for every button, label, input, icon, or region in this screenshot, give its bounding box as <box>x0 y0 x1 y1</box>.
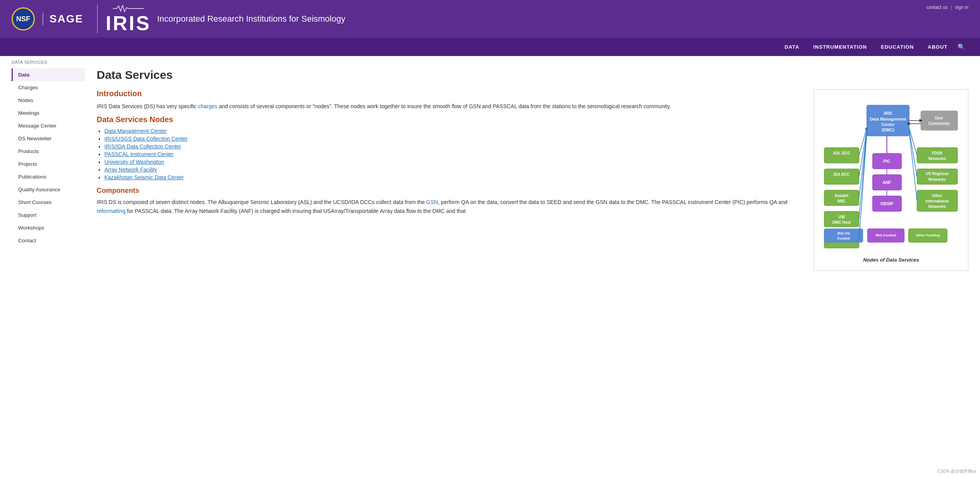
svg-text:Networks: Networks <box>928 177 946 182</box>
svg-line-54 <box>909 130 917 177</box>
svg-text:Center: Center <box>881 122 895 127</box>
components-heading: Components <box>97 187 802 195</box>
sidebar-item-publications[interactable]: Publications <box>12 170 85 183</box>
nsf-logo: NSF <box>12 7 35 31</box>
sidebar-item-support[interactable]: Support <box>12 209 85 221</box>
node-usgs[interactable]: IRIS/USGS Data Collection Center <box>104 136 188 142</box>
svg-text:Funded: Funded <box>837 236 850 240</box>
svg-text:US Regional: US Regional <box>926 172 949 176</box>
sidebar-item-data[interactable]: Data <box>12 68 85 81</box>
svg-text:OBSIP: OBSIP <box>880 201 893 206</box>
iris-subtitle: Incorporated Research Institutions for S… <box>157 14 346 24</box>
iris-waveform-icon: IRIS <box>106 5 151 33</box>
svg-text:(DMC): (DMC) <box>882 128 895 132</box>
svg-text:IRIS: IRIS <box>884 111 892 116</box>
intro-heading: Introduction <box>97 89 802 98</box>
sidebar-item-projects[interactable]: Projects <box>12 158 85 170</box>
nodes-list: Data Management Center IRIS/USGS Data Co… <box>97 128 802 180</box>
node-dmc[interactable]: Data Management Center <box>104 128 167 134</box>
nav-data[interactable]: DATA <box>778 39 806 55</box>
sidebar-item-message-center[interactable]: Message Center <box>12 119 85 132</box>
node-passcal[interactable]: PASSCAL Instrument Center <box>104 151 174 157</box>
svg-rect-14 <box>824 190 859 206</box>
svg-text:NNC: NNC <box>837 199 846 203</box>
node-anf[interactable]: Array Network Facility <box>104 167 157 173</box>
nav-education[interactable]: EDUCATION <box>874 39 920 55</box>
svg-text:ASL DCC: ASL DCC <box>833 151 850 155</box>
text-column: Introduction IRIS Data Services (DS) has… <box>97 89 802 271</box>
diagram-box: IRIS Data Management Center (DMC) User C… <box>814 89 968 271</box>
svg-text:IDA DCC: IDA DCC <box>833 172 849 177</box>
sidebar-item-short-courses[interactable]: Short Courses <box>12 196 85 209</box>
main-content: Data Services Introduction IRIS Data Ser… <box>85 68 980 300</box>
reformatting-link[interactable]: reformatting <box>97 208 126 214</box>
svg-rect-28 <box>917 148 958 163</box>
svg-text:Other Funding: Other Funding <box>916 233 940 237</box>
nav-about[interactable]: ABOUT <box>921 39 954 55</box>
svg-rect-17 <box>824 211 859 227</box>
svg-line-48 <box>859 133 867 219</box>
node-uw[interactable]: University of Washington <box>104 159 164 165</box>
svg-text:User: User <box>935 116 943 120</box>
components-paragraph: IRIS DS is composed of seven distinct no… <box>97 198 802 215</box>
page-title: Data Services <box>97 68 968 82</box>
breadcrumb: DATA SERVICES <box>0 56 980 68</box>
svg-text:Kazakh: Kazakh <box>835 194 848 198</box>
nodes-heading: Data Services Nodes <box>97 115 802 124</box>
sidebar: Data Charges Nodes Meetings Message Cent… <box>0 68 85 300</box>
svg-rect-5 <box>921 111 958 130</box>
sidebar-item-products[interactable]: Products <box>12 145 85 158</box>
svg-rect-10 <box>824 148 859 163</box>
content-row: Introduction IRIS Data Services (DS) has… <box>97 89 968 271</box>
search-icon[interactable]: 🔍 <box>954 38 968 56</box>
svg-text:Networks: Networks <box>928 156 946 161</box>
contact-link[interactable]: contact us <box>926 5 948 10</box>
node-ida[interactable]: IRIS/IDA Data Collection Center <box>104 143 181 150</box>
sidebar-item-ds-newsletter[interactable]: DS Newsletter <box>12 132 85 145</box>
sidebar-item-workshops[interactable]: Workshops <box>12 221 85 234</box>
iris-logo-area: IRIS Incorporated Research Institutions … <box>97 5 345 33</box>
site-header: NSF SAGE IRIS Incorporated Research Inst… <box>0 0 980 56</box>
diagram-column: IRIS Data Management Center (DMC) User C… <box>814 89 968 271</box>
sidebar-item-quality-assurance[interactable]: Quality Assurance <box>12 183 85 196</box>
svg-text:Data Management: Data Management <box>870 117 906 121</box>
svg-rect-31 <box>917 169 958 184</box>
logo-area: NSF SAGE IRIS Incorporated Research Inst… <box>12 5 345 33</box>
sidebar-item-contact[interactable]: Contact <box>12 234 85 247</box>
svg-text:DMC Host: DMC Host <box>832 220 851 225</box>
header-util: contact us | sign in <box>926 5 968 10</box>
sidebar-item-charges[interactable]: Charges <box>12 81 85 94</box>
page-layout: Data Charges Nodes Meetings Message Cent… <box>0 68 980 300</box>
svg-text:ANF: ANF <box>883 180 891 185</box>
nav-instrumentation[interactable]: INSTRUMENTATION <box>806 39 874 55</box>
svg-text:IRIS DS: IRIS DS <box>837 231 850 235</box>
nodes-diagram: IRIS Data Management Center (DMC) User C… <box>820 97 963 252</box>
svg-text:PIC: PIC <box>883 159 890 163</box>
svg-text:Other: Other <box>932 194 943 198</box>
node-kazakhstan[interactable]: Kazakhstan Seismic Data Center <box>104 174 184 180</box>
gsn-link[interactable]: GSN <box>426 199 438 205</box>
sidebar-item-meetings[interactable]: Meetings <box>12 107 85 119</box>
diagram-caption: Nodes of Data Services <box>820 257 962 263</box>
svg-text:Networks: Networks <box>928 204 946 209</box>
main-nav: DATA INSTRUMENTATION EDUCATION ABOUT 🔍 <box>0 38 980 56</box>
charges-link[interactable]: charges <box>198 103 217 109</box>
signin-link[interactable]: sign in <box>955 5 968 10</box>
svg-rect-12 <box>824 169 859 184</box>
svg-text:FDSN: FDSN <box>932 151 942 155</box>
svg-text:UW: UW <box>839 215 845 219</box>
svg-text:IRIS Funded: IRIS Funded <box>876 233 896 237</box>
sage-label: SAGE <box>43 13 83 25</box>
svg-text:International: International <box>925 199 949 203</box>
intro-paragraph: IRIS Data Services (DS) has very specifi… <box>97 102 802 111</box>
svg-text:Community: Community <box>929 121 950 126</box>
sidebar-item-nodes[interactable]: Nodes <box>12 94 85 107</box>
